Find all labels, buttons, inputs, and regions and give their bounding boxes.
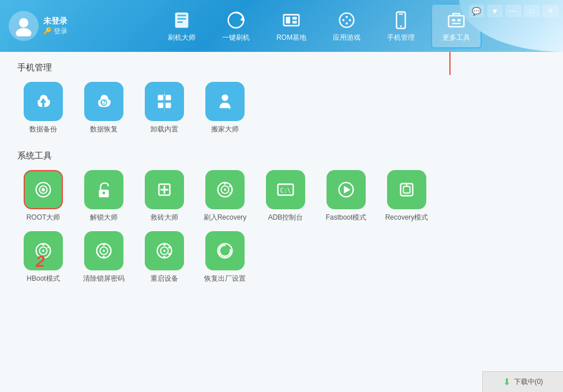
adb-console-icon: C:\ [275, 179, 296, 201]
svg-point-76 [163, 256, 166, 258]
username: 未登录 [43, 16, 67, 27]
svg-point-74 [168, 246, 171, 248]
svg-rect-9 [286, 17, 291, 23]
svg-point-1 [16, 28, 32, 36]
dropdown-icon-btn[interactable]: ▼ [487, 5, 502, 17]
system-tools-grid-1: ROOT大师 解锁大师 [17, 170, 546, 223]
svg-point-0 [19, 18, 28, 28]
fastboot-mode-label: Fastboot模式 [326, 213, 367, 223]
svg-rect-28 [166, 95, 171, 101]
data-restore-label: 数据恢复 [90, 125, 118, 134]
download-bar[interactable]: ⬇ 下载中(0) [482, 371, 563, 392]
fastboot-mode-icon [335, 179, 357, 201]
uninstall-apps-icon [153, 91, 175, 112]
nav-item-flash-master[interactable]: 刷机大师 [157, 5, 206, 47]
svg-text:+: + [227, 103, 232, 112]
restore-button[interactable]: □ [524, 5, 540, 17]
svg-rect-27 [158, 95, 164, 101]
nav-label-app-games: 应用游戏 [333, 33, 361, 43]
data-restore-icon: ↺ [93, 91, 115, 112]
tool-unlock-master[interactable]: 解锁大师 [78, 170, 130, 223]
svg-rect-10 [292, 17, 297, 20]
clear-lockscreen-icon-wrap [84, 231, 123, 270]
svg-rect-29 [158, 103, 164, 108]
vertical-divider [449, 52, 451, 75]
phone-manage-title: 手机管理 [17, 62, 546, 73]
svg-rect-4 [178, 18, 186, 20]
svg-rect-54 [403, 186, 410, 193]
svg-point-19 [400, 25, 402, 27]
svg-point-12 [340, 13, 354, 28]
window-controls: — □ ✕ [505, 5, 558, 17]
nav-label-one-click-flash: 一键刷机 [222, 33, 250, 43]
tool-data-backup[interactable]: 数据备份 [17, 82, 69, 134]
svg-point-72 [163, 250, 166, 252]
tool-data-restore[interactable]: ↺ 数据恢复 [78, 82, 130, 134]
adb-console-icon-wrap: C:\ [266, 170, 305, 209]
adb-console-label: ADB控制台 [268, 213, 303, 223]
nav-item-one-click-flash[interactable]: 一键刷机 [212, 5, 260, 47]
flash-recovery-icon [214, 179, 236, 201]
svg-text:C:\: C:\ [280, 187, 291, 194]
svg-point-33 [222, 95, 228, 101]
svg-point-45 [224, 189, 226, 191]
tool-flash-recovery[interactable]: 刷入Recovery [199, 170, 251, 223]
svg-point-60 [47, 247, 49, 248]
recovery-mode-icon [396, 179, 418, 201]
root-master-icon [32, 179, 54, 201]
nav-label-flash-master: 刷机大师 [168, 33, 196, 43]
tool-factory-reset[interactable]: 恢复出厂设置 [199, 231, 251, 284]
tool-recovery-mode[interactable]: Recovery模式 [381, 170, 433, 223]
rescue-master-icon-wrap [145, 170, 184, 209]
svg-point-64 [97, 247, 99, 248]
svg-point-65 [97, 253, 99, 255]
factory-reset-icon-wrap [205, 231, 245, 270]
download-icon: ⬇ [503, 376, 511, 387]
svg-point-16 [346, 22, 348, 25]
message-icon-btn[interactable]: 💬 [469, 5, 484, 17]
data-backup-icon [32, 91, 54, 112]
login-link[interactable]: 🔑 登录 [43, 27, 67, 36]
tool-clear-lockscreen[interactable]: 清除锁屏密码 [78, 231, 130, 284]
svg-rect-5 [178, 21, 183, 23]
data-backup-icon-wrap [24, 82, 63, 121]
svg-rect-11 [292, 21, 297, 24]
fastboot-mode-icon-wrap [326, 170, 366, 209]
tool-move-master[interactable]: + 搬家大师 [199, 82, 251, 134]
recovery-mode-icon-wrap [387, 170, 426, 209]
unlock-master-icon [93, 179, 115, 201]
svg-point-15 [346, 16, 348, 18]
header-extra-controls: 💬 ▼ [469, 5, 502, 17]
download-label: 下载中(0) [514, 377, 543, 387]
move-master-label: 搬家大师 [211, 125, 239, 134]
nav-item-rom-base[interactable]: ROM基地 [266, 5, 317, 47]
app-games-icon [336, 9, 358, 31]
factory-reset-label: 恢复出厂设置 [204, 274, 246, 284]
nav-item-app-games[interactable]: 应用游戏 [322, 5, 371, 47]
rom-base-icon [280, 9, 302, 31]
uninstall-apps-icon-wrap [145, 82, 184, 121]
system-tools-grid-2: HBoot模式 清除锁屏密 [17, 231, 546, 284]
root-master-icon-wrap [24, 170, 63, 209]
recovery-mode-label: Recovery模式 [385, 213, 429, 223]
close-button[interactable]: ✕ [542, 5, 558, 17]
phone-manage-grid: 数据备份 ↺ 数据恢复 [17, 82, 546, 134]
hboot-mode-label: HBoot模式 [27, 274, 59, 284]
tool-adb-console[interactable]: C:\ ADB控制台 [260, 170, 311, 223]
minimize-button[interactable]: — [505, 5, 521, 17]
tool-rescue-master[interactable]: 救砖大师 [138, 170, 190, 223]
tool-reboot-device[interactable]: 重启设备 [138, 231, 190, 284]
tool-uninstall-apps[interactable]: 卸载内置 [138, 82, 190, 134]
tool-root-master[interactable]: ROOT大师 [17, 170, 69, 223]
data-restore-icon-wrap: ↺ [84, 82, 123, 121]
phone-manage-section: 手机管理 数据备份 ↺ [0, 52, 563, 140]
svg-rect-30 [166, 103, 171, 108]
svg-point-66 [109, 247, 111, 248]
svg-rect-18 [399, 14, 403, 15]
rescue-master-label: 救砖大师 [151, 213, 178, 223]
nav-item-phone-manage[interactable]: 手机管理 [377, 5, 425, 47]
clear-lockscreen-icon [93, 240, 115, 262]
factory-reset-icon [214, 240, 236, 262]
phone-manage-icon [390, 9, 412, 31]
tool-fastboot-mode[interactable]: Fastboot模式 [320, 170, 372, 223]
